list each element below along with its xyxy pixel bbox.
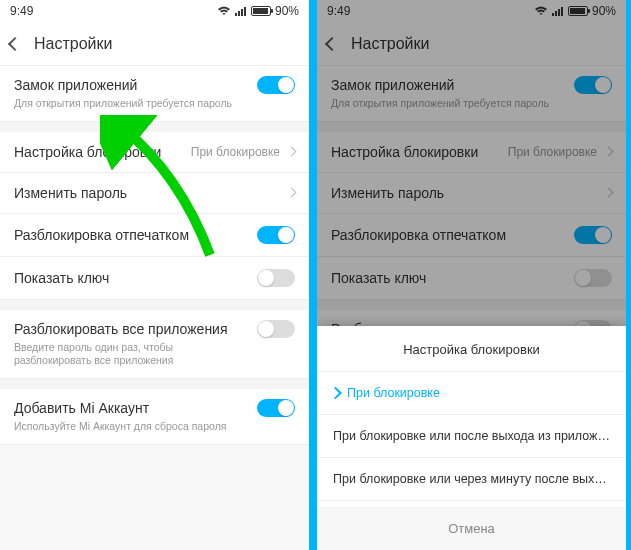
status-time: 9:49 [10, 4, 33, 18]
item-app-lock[interactable]: Замок приложений Для открытия приложений… [0, 66, 309, 122]
item-value: При блокировке [191, 145, 280, 159]
item-subtitle: Для открытия приложений требуется пароль [14, 97, 234, 111]
toggle-show-key[interactable] [574, 269, 612, 287]
battery-percent: 90% [592, 4, 616, 18]
item-title: Добавить Mi Аккаунт [14, 400, 149, 416]
header: Настройки [0, 22, 309, 66]
svg-rect-3 [244, 7, 246, 16]
settings-list: Замок приложений Для открытия приложений… [0, 66, 309, 445]
chevron-right-icon [287, 188, 297, 198]
battery-percent: 90% [275, 4, 299, 18]
sheet-option-2[interactable]: При блокировке или после выхода из прило… [317, 415, 626, 458]
chevron-right-icon [604, 147, 614, 157]
wifi-icon [217, 6, 231, 16]
item-subtitle: Используйте Mi Аккаунт для сброса пароля [14, 420, 234, 434]
back-icon[interactable] [325, 36, 339, 50]
page-title: Настройки [351, 35, 429, 53]
toggle-fingerprint[interactable] [574, 226, 612, 244]
item-value: При блокировке [508, 145, 597, 159]
toggle-unlock-all[interactable] [257, 320, 295, 338]
svg-rect-0 [235, 13, 237, 16]
item-title: Разблокировка отпечатком [331, 227, 506, 243]
svg-rect-7 [561, 7, 563, 16]
item-title: Изменить пароль [331, 185, 444, 201]
chevron-right-icon [604, 188, 614, 198]
item-title: Замок приложений [331, 77, 454, 93]
status-time: 9:49 [327, 4, 350, 18]
svg-rect-4 [552, 13, 554, 16]
svg-rect-1 [238, 11, 240, 16]
item-fingerprint[interactable]: Разблокировка отпечатком [0, 214, 309, 257]
back-icon[interactable] [8, 36, 22, 50]
toggle-mi-account[interactable] [257, 399, 295, 417]
toggle-app-lock[interactable] [257, 76, 295, 94]
action-sheet: Настройка блокировки При блокировке При … [317, 326, 626, 550]
item-title: Настройка блокировки [331, 144, 478, 160]
status-bar: 9:49 90% [0, 0, 309, 22]
svg-rect-2 [241, 9, 243, 16]
battery-icon [251, 6, 271, 16]
toggle-app-lock[interactable] [574, 76, 612, 94]
signal-icon [235, 6, 247, 16]
item-title: Показать ключ [331, 270, 426, 286]
signal-icon [552, 6, 564, 16]
header: Настройки [317, 22, 626, 66]
screenshot-right: 9:49 90% Настройки Замок приложений Для … [317, 0, 626, 550]
item-title: Настройка блокировки [14, 144, 161, 160]
wifi-icon [534, 6, 548, 16]
status-right: 90% [217, 4, 299, 18]
screenshot-left: 9:49 90% Настройки Замок приложений Для … [0, 0, 309, 550]
item-app-lock[interactable]: Замок приложений Для открытия приложений… [317, 66, 626, 122]
sheet-option-3[interactable]: При блокировке или через минуту после вы… [317, 458, 626, 501]
toggle-fingerprint[interactable] [257, 226, 295, 244]
item-unlock-all[interactable]: Разблокировать все приложения Введите па… [0, 310, 309, 379]
item-title: Разблокировка отпечатком [14, 227, 189, 243]
item-lock-mode[interactable]: Настройка блокировки При блокировке [0, 132, 309, 173]
item-subtitle: Для открытия приложений требуется пароль [331, 97, 551, 111]
item-change-password[interactable]: Изменить пароль [317, 173, 626, 214]
item-title: Показать ключ [14, 270, 109, 286]
toggle-show-key[interactable] [257, 269, 295, 287]
item-title: Изменить пароль [14, 185, 127, 201]
chevron-right-icon [287, 147, 297, 157]
item-subtitle: Введите пароль один раз, чтобы разблокир… [14, 341, 234, 368]
item-show-key[interactable]: Показать ключ [317, 257, 626, 300]
status-right: 90% [534, 4, 616, 18]
item-title: Разблокировать все приложения [14, 321, 228, 337]
sheet-title: Настройка блокировки [317, 326, 626, 372]
status-bar: 9:49 90% [317, 0, 626, 22]
svg-rect-6 [558, 9, 560, 16]
item-change-password[interactable]: Изменить пароль [0, 173, 309, 214]
item-fingerprint[interactable]: Разблокировка отпечатком [317, 214, 626, 257]
item-show-key[interactable]: Показать ключ [0, 257, 309, 300]
sheet-option-1[interactable]: При блокировке [317, 372, 626, 415]
item-mi-account[interactable]: Добавить Mi Аккаунт Используйте Mi Аккау… [0, 389, 309, 445]
page-title: Настройки [34, 35, 112, 53]
item-title: Замок приложений [14, 77, 137, 93]
battery-icon [568, 6, 588, 16]
svg-rect-5 [555, 11, 557, 16]
sheet-cancel[interactable]: Отмена [317, 507, 626, 550]
item-lock-mode[interactable]: Настройка блокировки При блокировке [317, 132, 626, 173]
